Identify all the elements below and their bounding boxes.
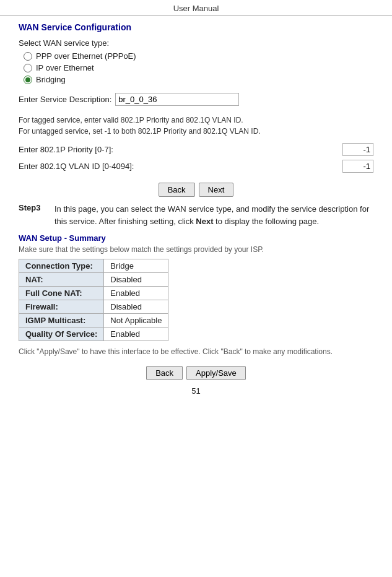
summary-back-button[interactable]: Back xyxy=(146,366,183,380)
summary-value-col: Disabled xyxy=(104,300,168,314)
radio-ip-ethernet[interactable]: IP over Ethernet xyxy=(24,63,373,72)
table-row: Connection Type:Bridge xyxy=(19,259,168,273)
summary-label-col: Full Cone NAT: xyxy=(19,287,104,300)
wan-config-back-button[interactable]: Back xyxy=(159,183,195,197)
service-desc-input[interactable] xyxy=(115,93,239,106)
table-row: Quality Of Service:Enabled xyxy=(19,328,168,341)
priority-field-row: Enter 802.1P Priority [0-7]: xyxy=(19,143,373,156)
wan-config-next-button[interactable]: Next xyxy=(199,183,234,197)
table-row: Full Cone NAT:Enabled xyxy=(19,287,168,300)
info-text: For tagged service, enter valid 802.1P P… xyxy=(19,115,373,137)
radio-group: PPP over Ethernet (PPPoE) IP over Ethern… xyxy=(24,51,373,84)
priority-vlan-section: Enter 802.1P Priority [0-7]: Enter 802.1… xyxy=(19,143,373,173)
step3-next-bold: Next xyxy=(196,217,213,226)
radio-label-ip: IP over Ethernet xyxy=(36,63,94,72)
summary-value-col: Enabled xyxy=(104,328,168,341)
wan-service-config-section: WAN Service Configuration Select WAN ser… xyxy=(19,22,373,197)
vlan-field-row: Enter 802.1Q VLAN ID [0-4094]: xyxy=(19,160,373,173)
table-row: IGMP Multicast:Not Applicable xyxy=(19,314,168,328)
table-row: NAT:Disabled xyxy=(19,273,168,287)
page-header: User Manual xyxy=(0,0,392,16)
wan-service-config-title: WAN Service Configuration xyxy=(19,22,373,32)
radio-circle-bridging xyxy=(24,76,32,84)
summary-label-col: Firewall: xyxy=(19,300,104,314)
table-row: Firewall:Disabled xyxy=(19,300,168,314)
summary-button-row: Back Apply/Save xyxy=(19,366,373,380)
summary-label-col: NAT: xyxy=(19,273,104,287)
page-number: 51 xyxy=(19,386,373,396)
click-note: Click "Apply/Save" to have this interfac… xyxy=(19,347,373,356)
service-desc-row: Enter Service Description: xyxy=(19,93,373,106)
step3-label: Step3 xyxy=(19,203,48,212)
summary-value-col: Not Applicable xyxy=(104,314,168,328)
service-desc-label: Enter Service Description: xyxy=(19,95,111,104)
make-sure-text: Make sure that the settings below match … xyxy=(19,245,373,254)
apply-save-button[interactable]: Apply/Save xyxy=(186,366,246,380)
step3-text: In this page, you can select the WAN ser… xyxy=(54,203,373,227)
radio-bridging[interactable]: Bridging xyxy=(24,75,373,84)
header-title: User Manual xyxy=(173,4,219,13)
wan-config-button-row: Back Next xyxy=(19,183,373,197)
wan-setup-summary-section: WAN Setup - Summary Make sure that the s… xyxy=(19,233,373,380)
priority-label: Enter 802.1P Priority [0-7]: xyxy=(19,145,342,154)
vlan-label: Enter 802.1Q VLAN ID [0-4094]: xyxy=(19,162,342,171)
summary-label-col: Quality Of Service: xyxy=(19,328,104,341)
priority-input[interactable] xyxy=(342,143,373,156)
summary-value-col: Disabled xyxy=(104,273,168,287)
step3-row: Step3 In this page, you can select the W… xyxy=(19,203,373,227)
summary-table: Connection Type:BridgeNAT:DisabledFull C… xyxy=(19,259,168,341)
radio-circle-ip xyxy=(24,64,32,72)
summary-label-col: Connection Type: xyxy=(19,259,104,273)
step3-text-after: to display the following page. xyxy=(214,217,320,226)
radio-label-bridging: Bridging xyxy=(36,75,66,84)
summary-label-col: IGMP Multicast: xyxy=(19,314,104,328)
radio-label-pppoe: PPP over Ethernet (PPPoE) xyxy=(36,51,136,61)
radio-pppoe[interactable]: PPP over Ethernet (PPPoE) xyxy=(24,51,373,61)
select-wan-label: Select WAN service type: xyxy=(19,38,373,48)
summary-value-col: Enabled xyxy=(104,287,168,300)
vlan-input[interactable] xyxy=(342,160,373,173)
radio-circle-pppoe xyxy=(24,52,32,61)
step3-section: Step3 In this page, you can select the W… xyxy=(19,203,373,227)
wan-setup-summary-title: WAN Setup - Summary xyxy=(19,233,373,243)
summary-value-col: Bridge xyxy=(104,259,168,273)
